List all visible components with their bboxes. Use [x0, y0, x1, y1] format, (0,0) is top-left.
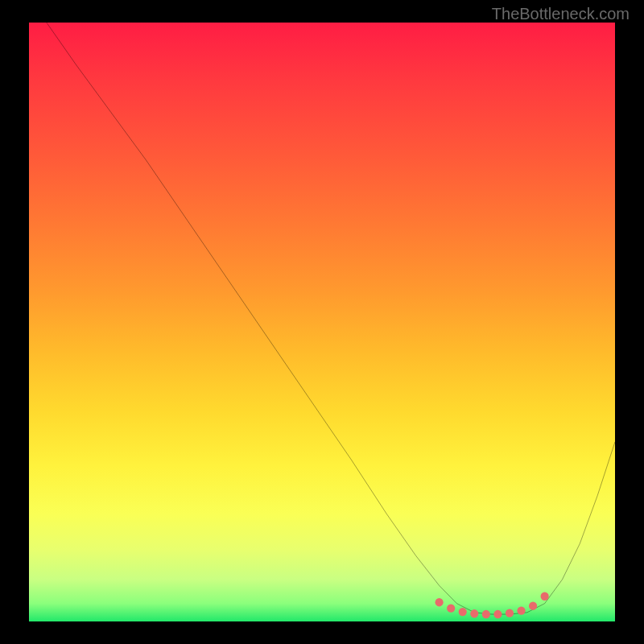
- bottleneck-curve: [47, 23, 615, 614]
- marker-dot: [470, 609, 478, 617]
- marker-dot: [482, 610, 490, 618]
- plot-area: [29, 23, 615, 621]
- marker-dot: [447, 604, 455, 612]
- marker-dot: [506, 609, 514, 617]
- chart-svg: [29, 23, 615, 621]
- curve-markers: [436, 592, 549, 619]
- marker-dot: [493, 610, 502, 618]
- marker-dot: [529, 601, 537, 609]
- marker-dot: [517, 606, 525, 614]
- marker-dot: [541, 592, 549, 601]
- marker-dot: [459, 608, 467, 616]
- marker-dot: [436, 598, 444, 606]
- watermark-text: TheBottleneck.com: [492, 5, 630, 23]
